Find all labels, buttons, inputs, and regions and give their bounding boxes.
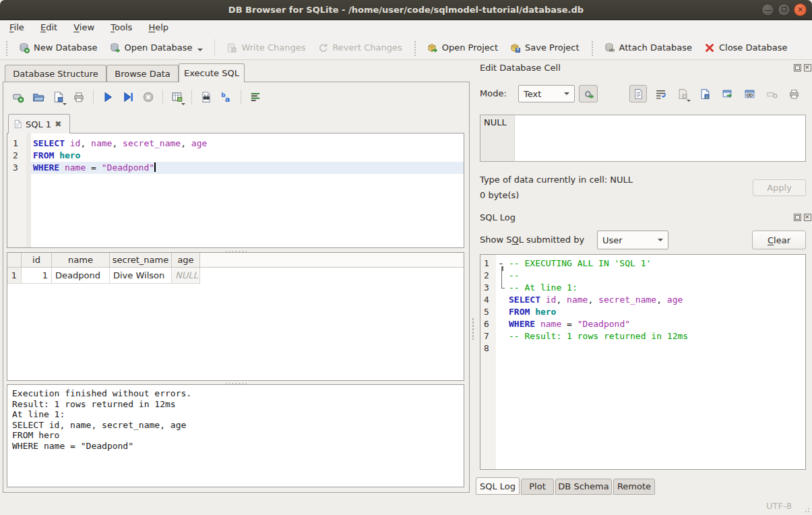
set-null-button[interactable] — [763, 85, 780, 102]
execute-line-button[interactable] — [119, 88, 137, 106]
open-database-button[interactable]: Open Database — [104, 39, 210, 57]
set-null-icon — [766, 88, 778, 100]
cell-name[interactable]: Deadpond — [52, 268, 110, 284]
tab-database-structure[interactable]: Database Structure — [5, 65, 106, 82]
new-sql-tab-button[interactable] — [9, 88, 27, 106]
fold-margin — [496, 330, 507, 342]
line-number: 1 — [7, 138, 26, 150]
sql-log-filter-select[interactable]: User — [597, 231, 668, 249]
apply-data-button[interactable] — [579, 85, 598, 102]
fold-marker-icon[interactable] — [496, 270, 507, 282]
column-header-id[interactable]: id — [22, 253, 52, 268]
line-number: 2 — [480, 270, 496, 282]
code-line: 5FROM hero — [480, 306, 805, 318]
close-button[interactable]: ✕ — [794, 3, 807, 16]
bottom-tab-sql-log[interactable]: SQL Log — [476, 477, 520, 495]
menu-view[interactable]: View — [67, 20, 101, 34]
export-cell-button[interactable] — [718, 85, 736, 102]
open-project-button[interactable]: Open Project — [421, 39, 504, 57]
close-dock-icon[interactable] — [804, 214, 811, 221]
sql-tab-label: SQL 1 — [26, 119, 51, 129]
mode-select[interactable]: Text — [518, 85, 575, 102]
save-cell-dropdown-icon[interactable] — [687, 100, 691, 102]
save-sql-dropdown-icon[interactable] — [63, 103, 67, 105]
panel-splitter[interactable] — [471, 317, 474, 340]
sql-log-view[interactable]: 1-- EXECUTING ALL IN 'SQL 1'2--3-- At li… — [480, 254, 806, 470]
minimize-button[interactable]: — — [761, 3, 774, 16]
cell-secret-name[interactable]: Dive Wilson — [110, 268, 172, 284]
titlebar[interactable]: DB Browser for SQLite - /home/user/code/… — [0, 0, 812, 20]
encoding-indicator: UTF-8 — [766, 501, 792, 511]
menu-tools[interactable]: Tools — [104, 20, 139, 34]
import-cell-button[interactable] — [696, 85, 714, 102]
tab-browse-data[interactable]: Browse Data — [106, 65, 179, 82]
chevron-down-icon — [658, 239, 663, 241]
line-number: 3 — [480, 282, 496, 294]
apply-button[interactable]: Apply — [753, 179, 806, 196]
export-results-button[interactable] — [168, 88, 186, 106]
toolbar-grip[interactable] — [590, 40, 594, 56]
row-number-header[interactable] — [7, 253, 22, 268]
print-cell-button[interactable] — [785, 85, 803, 102]
save-cell-button[interactable] — [674, 85, 691, 102]
menu-edit[interactable]: Edit — [34, 20, 64, 34]
execute-all-icon — [102, 91, 114, 103]
open-sql-file-icon — [32, 91, 44, 103]
column-header-name[interactable]: name — [52, 253, 110, 268]
maximize-button[interactable] — [778, 3, 790, 16]
auto-complete-button[interactable]: ba — [218, 88, 235, 106]
text-mode-button[interactable] — [629, 85, 647, 102]
execute-all-button[interactable] — [99, 88, 117, 106]
menu-help[interactable]: Help — [142, 20, 175, 34]
close-dock-icon[interactable] — [804, 64, 811, 71]
attach-database-button[interactable]: Attach Database — [598, 39, 698, 57]
table-row[interactable]: 1 1 Deadpond Dive Wilson NULL — [7, 268, 464, 284]
column-header-secret-name[interactable]: secret_name — [110, 253, 172, 268]
export-dropdown-icon[interactable] — [181, 103, 185, 105]
open-sql-file-button[interactable] — [30, 88, 47, 106]
print-sql-button[interactable] — [70, 88, 88, 106]
cell-value-editor[interactable]: NULL — [480, 115, 806, 162]
find-replace-icon — [200, 91, 212, 103]
word-wrap-button[interactable] — [652, 85, 669, 102]
row-number-cell[interactable]: 1 — [7, 268, 22, 284]
sql-editor[interactable]: 1SELECT id, name, secret_name, age2FROM … — [7, 133, 464, 248]
tab-execute-sql[interactable]: Execute SQL — [179, 63, 245, 82]
write-changes-icon — [226, 42, 237, 53]
find-replace-button[interactable] — [197, 88, 215, 106]
save-sql-file-button[interactable] — [50, 88, 67, 106]
float-dock-icon[interactable] — [794, 214, 801, 221]
save-project-button[interactable]: Save Project — [504, 39, 586, 57]
write-changes-button[interactable]: Write Changes — [220, 39, 311, 57]
execute-line-icon — [122, 91, 134, 103]
bottom-tab-db-schema[interactable]: DB Schema — [555, 479, 612, 495]
bottom-tab-remote[interactable]: Remote — [613, 479, 655, 495]
link-cell-button[interactable] — [741, 85, 758, 102]
sql-tab-close-icon[interactable]: ✖ — [55, 119, 61, 129]
format-sql-button[interactable] — [247, 88, 264, 106]
float-dock-icon[interactable] — [794, 64, 801, 71]
print-icon — [73, 91, 85, 103]
fold-marker-icon[interactable] — [496, 282, 507, 294]
results-table[interactable]: id name secret_name age 1 1 Deadpond Div… — [7, 252, 464, 381]
cell-type-info: Type of data currently in cell: NULL — [480, 175, 633, 185]
sql-tab-sql1[interactable]: SQL 1 ✖ — [8, 114, 70, 133]
new-database-button[interactable]: New Database — [13, 39, 104, 57]
clear-log-button[interactable]: Clear — [752, 231, 806, 249]
sql-log-dock-buttons — [794, 214, 811, 221]
bottom-tab-plot[interactable]: Plot — [521, 479, 554, 495]
cell-id[interactable]: 1 — [22, 268, 52, 284]
resize-grip[interactable] — [802, 505, 811, 514]
menubar: File Edit View Tools Help — [0, 20, 812, 36]
stop-button[interactable] — [139, 88, 157, 106]
fold-marker-icon[interactable] — [496, 258, 507, 270]
column-header-age[interactable]: age — [172, 253, 200, 268]
code-line: 2-- — [480, 270, 805, 282]
toolbar-grip[interactable] — [413, 40, 416, 56]
menu-file[interactable]: File — [3, 20, 31, 34]
cell-age[interactable]: NULL — [172, 268, 200, 284]
revert-changes-button[interactable]: Revert Changes — [311, 39, 408, 57]
close-database-button[interactable]: Close Database — [698, 39, 794, 57]
open-database-dropdown-icon[interactable] — [197, 49, 203, 51]
toolbar-grip[interactable] — [5, 40, 8, 56]
